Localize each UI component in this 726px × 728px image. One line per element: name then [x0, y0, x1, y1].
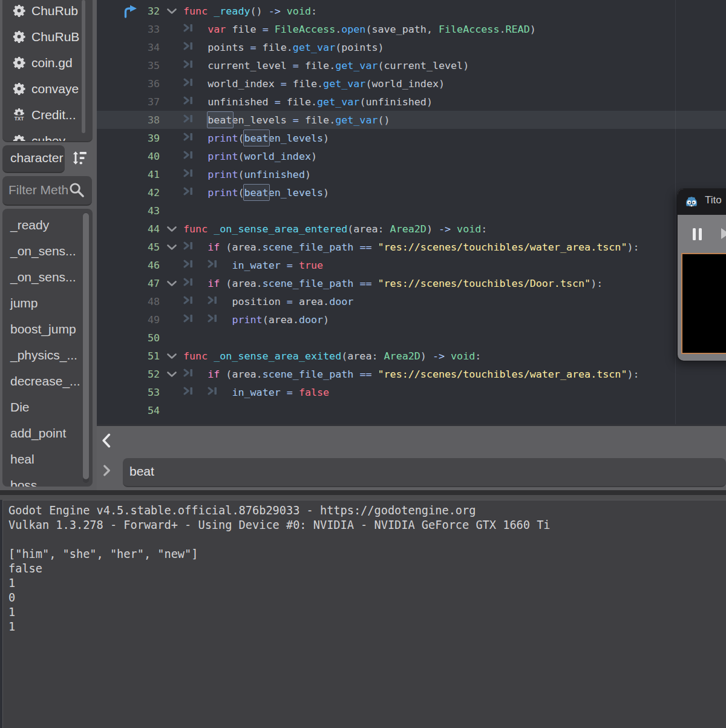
code-line: var file = FileAccess.open(save_path, Fi… [183, 20, 536, 38]
code-line: if (area.scene_file_path == "res://scene… [183, 274, 603, 292]
code-row: 43 [97, 202, 726, 220]
tab-marker-icon [183, 41, 208, 51]
method-list[interactable]: _ready_on_sens..._on_sens...jumpboost_ju… [2, 209, 93, 487]
fold-chevron-icon[interactable] [167, 226, 177, 232]
code-line: func _ready() -> void: [183, 2, 317, 20]
method-list-items: _ready_on_sens..._on_sens...jumpboost_ju… [2, 212, 93, 487]
script-name: ChuRuB [31, 30, 79, 44]
code-row: 34points = file.get_var(points) [97, 38, 726, 56]
code-editor[interactable]: 32func _ready() -> void:33var file = Fil… [97, 0, 726, 424]
script-name: convaye [31, 82, 79, 96]
code-row: 32func _ready() -> void: [97, 2, 726, 20]
search-text-input[interactable]: beat [123, 458, 726, 487]
fold-chevron-icon[interactable] [167, 353, 177, 359]
game-window-titlebar[interactable]: Tito [678, 189, 726, 215]
script-list-item[interactable]: convaye [2, 76, 93, 102]
search-match-box [243, 184, 270, 201]
fold-chevron-icon[interactable] [167, 281, 177, 286]
script-list-scrollbar[interactable] [82, 0, 85, 133]
filter-methods-input[interactable]: Filter Meth [2, 176, 92, 206]
method-list-item[interactable]: boss [2, 472, 93, 487]
game-toolbar [678, 215, 726, 253]
code-row: 46in_water = true [97, 256, 726, 274]
script-name: cubey [31, 134, 65, 143]
game-window[interactable]: Tito [678, 189, 726, 361]
line-number: 33 [111, 20, 160, 38]
method-name: boost_jump [10, 322, 76, 336]
toggle-replace-button[interactable] [103, 465, 116, 483]
code-row: 52if (area.scene_file_path == "res://sce… [97, 365, 726, 383]
line-number: 48 [111, 292, 160, 310]
method-name: Die [10, 400, 30, 415]
method-list-item[interactable]: _physics_... [2, 342, 93, 368]
tab-marker-icon [208, 295, 232, 305]
script-list[interactable]: ChuRubChuRuBcoin.gdconvayeCredit...cubey [2, 0, 93, 142]
code-line: print(area.door) [183, 310, 329, 329]
tab-marker-icon [183, 259, 208, 269]
splitter-mid-band[interactable] [0, 495, 726, 500]
code-row: 47if (area.scene_file_path == "res://sce… [97, 274, 726, 292]
pause-button[interactable] [693, 228, 702, 240]
method-list-item[interactable]: heal [2, 446, 93, 472]
fold-chevron-icon[interactable] [167, 8, 177, 14]
method-name: _on_sens... [10, 244, 76, 258]
sort-methods-button[interactable] [73, 150, 88, 166]
method-name: _on_sens... [10, 270, 76, 284]
method-list-item[interactable]: jump [2, 290, 93, 316]
text-file-icon [13, 108, 25, 121]
code-line: in_water = false [183, 383, 329, 401]
script-gear-icon [13, 56, 25, 69]
tab-marker-icon [183, 77, 208, 87]
line-number: 38 [111, 111, 160, 129]
tab-marker-icon [183, 186, 208, 196]
tab-marker-icon [183, 368, 208, 378]
script-list-item[interactable]: Credit... [2, 102, 93, 128]
tab-marker-icon [183, 23, 208, 33]
output-log-text: Godot Engine v4.5.stable.official.876b29… [3, 500, 726, 634]
method-list-item[interactable]: boost_jump [2, 316, 93, 342]
code-line: points = file.get_var(points) [183, 38, 384, 56]
line-number: 36 [111, 74, 160, 93]
search-match-box [243, 130, 270, 146]
splitter-dark-band [0, 490, 726, 495]
method-list-item[interactable]: _on_sens... [2, 264, 93, 290]
script-sidebar: ChuRubChuRuBcoin.gdconvayeCredit...cubey… [0, 0, 97, 490]
tab-marker-icon [183, 132, 208, 142]
script-gear-icon [13, 82, 25, 95]
current-script-selector[interactable]: character [2, 145, 65, 173]
method-list-scrollbar[interactable] [83, 213, 89, 479]
collapse-panel-button[interactable] [102, 433, 115, 451]
pause-icon [699, 228, 702, 240]
tab-marker-icon [183, 168, 208, 178]
script-list-item[interactable]: ChuRuB [2, 24, 93, 50]
method-list-item[interactable]: _on_sens... [2, 238, 93, 264]
tab-marker-icon [183, 386, 208, 396]
method-list-item[interactable]: decrease_... [2, 368, 93, 394]
code-line: in_water = true [183, 256, 323, 274]
code-line: print(unfinished) [183, 165, 311, 183]
current-script-label: character [10, 151, 64, 165]
line-number: 32 [111, 2, 160, 20]
code-line: func _on_sense_area_exited(area: Area2D)… [183, 347, 481, 365]
line-number: 52 [111, 365, 160, 383]
search-icon [68, 182, 85, 198]
fold-chevron-icon[interactable] [167, 244, 177, 250]
code-row: 51func _on_sense_area_exited(area: Area2… [97, 347, 726, 365]
chevron-left-icon [102, 433, 111, 448]
method-name: heal [10, 452, 34, 467]
pause-icon [693, 228, 696, 240]
method-list-item[interactable]: Die [2, 394, 93, 420]
script-gear-icon [13, 4, 25, 17]
script-list-item[interactable]: coin.gd [2, 50, 93, 76]
fold-chevron-icon[interactable] [167, 372, 177, 377]
code-row: 33var file = FileAccess.open(save_path, … [97, 20, 726, 38]
play-icon[interactable] [721, 228, 726, 239]
script-list-item[interactable]: cubey [2, 128, 93, 142]
method-list-item[interactable]: add_point [2, 420, 93, 446]
code-row: 37unfinished = file.get_var(unfinished) [97, 93, 726, 111]
script-name: Credit... [31, 108, 76, 122]
filter-methods-placeholder: Filter Meth [8, 183, 68, 197]
method-list-item[interactable]: _ready [2, 212, 93, 238]
script-list-item[interactable]: ChuRub [2, 0, 93, 24]
code-row: 38beaten_levels = file.get_var() [97, 111, 726, 129]
